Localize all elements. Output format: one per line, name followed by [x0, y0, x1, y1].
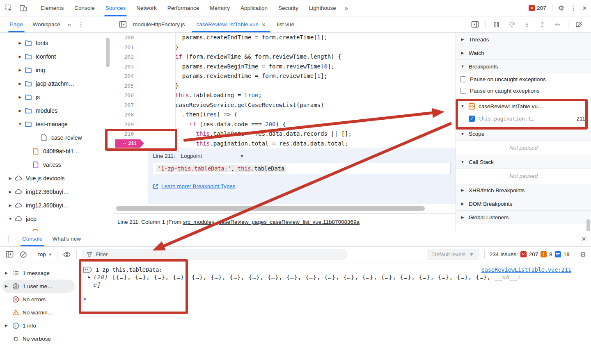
tree-disclosure-icon[interactable]: ▶ — [16, 55, 24, 59]
breakpoint-gutter[interactable] — [137, 33, 147, 43]
console-menu-icon[interactable]: ⋮ — [5, 235, 11, 243]
file-tree-row[interactable]: var.css — [0, 158, 114, 171]
section-call-stack[interactable]: ▼Call Stack — [456, 155, 591, 169]
section-threads[interactable]: ▶Threads — [456, 33, 591, 46]
step-over-icon[interactable] — [507, 20, 516, 29]
scrollbar-thumb[interactable] — [116, 206, 425, 211]
breakpoint-types-link[interactable]: Learn more: Breakpoint Types — [153, 183, 456, 189]
file-tree-scrollbar[interactable] — [106, 38, 110, 67]
source-location-link[interactable]: caseReviewListTable.vue:211 — [481, 266, 571, 273]
file-tree-row[interactable]: ▶ fonts — [0, 36, 114, 50]
breakpoint-type-dropdown[interactable]: Logpoint — [181, 153, 202, 159]
breakpoint-gutter[interactable] — [137, 91, 147, 100]
javascript-context-dropdown[interactable]: top▼ — [38, 251, 52, 257]
line-number[interactable]: 201 — [114, 43, 137, 52]
panel-tab-memory[interactable]: Memory — [204, 0, 235, 16]
line-number[interactable]: 210 — [114, 129, 137, 139]
line-number[interactable]: 207 — [114, 100, 137, 110]
close-tab-icon[interactable]: × — [262, 16, 266, 32]
tab-console[interactable]: Console — [17, 231, 48, 246]
section-global-listeners[interactable]: ▶Global Listeners — [456, 211, 591, 224]
breakpoint-gutter[interactable] — [137, 129, 147, 139]
console-filter-input[interactable]: Filter — [82, 249, 348, 260]
section-dom-breakpoints[interactable]: ▶DOM Breakpoints — [456, 197, 591, 211]
create-live-expression-icon[interactable] — [62, 250, 71, 259]
more-navigator-tabs-icon[interactable]: » — [65, 21, 73, 28]
console-log-entry[interactable]: 1-zp-this.tableData: caseReviewListTable… — [83, 266, 591, 273]
breakpoint-gutter[interactable] — [137, 120, 147, 130]
issues-counter[interactable]: 234 Issues: ×207 !8 19 — [490, 251, 570, 257]
source-map-link[interactable]: src_modules_jcaseReview_pages_caseReview… — [183, 219, 360, 225]
editor-tab-moduleHttpFactory[interactable]: moduleHttpFactory.js — [127, 16, 191, 32]
section-breakpoints[interactable]: ▼Breakpoints — [456, 60, 591, 73]
file-tree-row[interactable]: ▶ img12.360buyi… — [0, 198, 114, 212]
log-levels-dropdown[interactable]: Default levels▼ — [427, 249, 479, 260]
clear-console-icon[interactable] — [19, 250, 28, 259]
line-number[interactable]: 208 — [114, 110, 137, 120]
step-out-icon[interactable] — [538, 20, 547, 29]
line-number[interactable]: 203 — [114, 62, 137, 72]
file-tree-row[interactable]: ▼ jacp — [0, 212, 114, 225]
line-number[interactable]: 200 — [114, 33, 137, 43]
console-settings-icon[interactable]: ⚙ — [580, 250, 586, 259]
close-devtools-icon[interactable]: × — [582, 4, 587, 13]
tree-disclosure-icon[interactable]: ▶ — [16, 68, 24, 72]
code-line[interactable]: ··211 this.pagination.total = res.data.d… — [114, 139, 456, 149]
tree-disclosure-icon[interactable]: ▶ — [16, 109, 24, 113]
dropdown-caret-icon[interactable]: ▼ — [240, 154, 244, 158]
logpoint-expression-input[interactable]: '1-zp-this.tableData:', this.tableData — [153, 163, 451, 174]
breakpoint-gutter[interactable]: ··211 — [137, 139, 147, 149]
console-sidebar-item[interactable]: No verbose — [2, 332, 75, 345]
line-number[interactable]: 202 — [114, 52, 137, 62]
tree-disclosure-icon[interactable]: ▶ — [16, 95, 24, 99]
panel-tab-lighthouse[interactable]: Lighthouse — [304, 0, 341, 16]
code-line[interactable]: 205 } — [114, 81, 456, 91]
file-tree-row[interactable]: ▶ modules — [0, 104, 114, 117]
code-line[interactable]: 208 .then((res) => { — [114, 110, 456, 120]
breakpoint-gutter[interactable] — [137, 52, 147, 62]
file-tree-row[interactable]: ▼ test-manage — [0, 117, 114, 131]
tree-disclosure-icon[interactable]: ▶ — [4, 284, 9, 288]
checkbox-unchecked[interactable] — [460, 76, 466, 82]
editor-tab-list[interactable]: list.vue — [271, 16, 300, 32]
file-tree-row[interactable] — [0, 225, 114, 231]
collapse-navigator-icon[interactable] — [118, 20, 127, 29]
code-line[interactable]: 203 params.reviewBeginTime = form.review… — [114, 62, 456, 72]
device-toolbar-icon[interactable] — [19, 4, 28, 13]
console-sidebar-item[interactable]: ▶ 1 info — [2, 319, 75, 332]
section-xhr-breakpoints[interactable]: ▶XHR/fetch Breakpoints — [456, 184, 591, 197]
code-line[interactable]: 206 this.tableLoading = true; — [114, 91, 456, 100]
pause-script-icon[interactable] — [492, 20, 501, 29]
panel-tab-security[interactable]: Security — [273, 0, 304, 16]
file-tree-row[interactable]: case-review — [0, 131, 114, 144]
editor-horizontal-scrollbar[interactable] — [114, 204, 456, 213]
panel-tab-elements[interactable]: Elements — [35, 0, 69, 16]
pause-uncaught-checkbox-row[interactable]: Pause on uncaught exceptions — [456, 73, 591, 85]
tab-whats-new[interactable]: What's new — [48, 231, 86, 246]
file-tree-row[interactable]: ▶ img12.360buyi… — [0, 185, 114, 198]
file-tree-row[interactable]: ▶ iconfont — [0, 50, 114, 63]
sidebar-scrollbar[interactable] — [586, 219, 590, 231]
file-tree-row[interactable]: ▶ jacp-attachm… — [0, 77, 114, 90]
tree-disclosure-icon[interactable]: ▶ — [16, 41, 24, 45]
line-number[interactable]: 206 — [114, 91, 137, 100]
close-drawer-icon[interactable]: × — [582, 234, 586, 243]
panel-tab-network[interactable]: Network — [131, 0, 162, 16]
devtools-menu-icon[interactable]: ⋮ — [570, 4, 577, 12]
more-panels-icon[interactable]: » — [341, 5, 351, 11]
console-sidebar-item[interactable]: No warnin… — [2, 306, 75, 319]
file-tree-row[interactable]: ▶ img — [0, 63, 114, 77]
deactivate-breakpoints-icon[interactable] — [575, 20, 584, 29]
console-sidebar-item[interactable]: ▶ 1 user me… — [2, 280, 75, 293]
tree-disclosure-icon[interactable]: ▶ — [4, 323, 9, 328]
toggle-debugger-sidebar-icon[interactable] — [470, 20, 479, 29]
tree-disclosure-icon[interactable]: ▶ — [16, 82, 24, 86]
checkbox-checked[interactable]: ✓ — [469, 116, 475, 122]
code-line[interactable]: 207 caseReviewService.getCaseReviewList(… — [114, 100, 456, 110]
breakpoint-gutter[interactable] — [137, 43, 147, 52]
expand-triangle-icon[interactable]: ▶ — [88, 273, 90, 289]
tree-disclosure-icon[interactable]: ▶ — [7, 190, 14, 194]
line-number[interactable]: 209 — [114, 120, 137, 130]
code-line[interactable]: 204 params.reviewEndTime = form.reviewTi… — [114, 71, 456, 81]
inspect-element-icon[interactable] — [4, 4, 13, 13]
